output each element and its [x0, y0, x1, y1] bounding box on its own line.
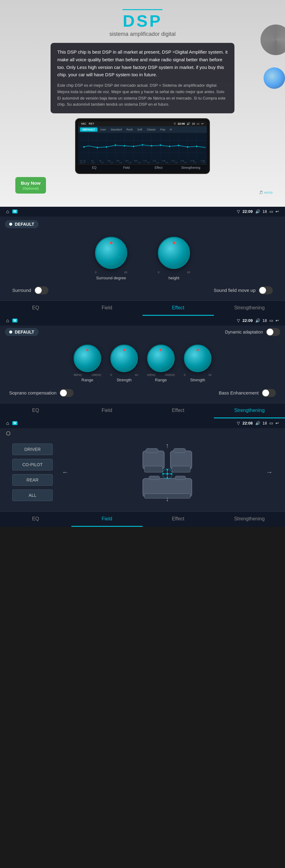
svg-point-22	[142, 144, 143, 146]
bass-range-dot	[160, 349, 162, 351]
bass-strength-knob[interactable]	[184, 345, 211, 372]
soundfield-toggle[interactable]	[259, 286, 273, 294]
nav-eq-1[interactable]: EQ	[0, 301, 72, 316]
device-nav-field[interactable]: Field	[110, 164, 142, 171]
soprano-strength-dot	[123, 349, 125, 351]
svg-point-43	[167, 477, 168, 478]
preset-standard[interactable]: Standard	[109, 127, 124, 132]
soprano-range-knob[interactable]	[74, 345, 101, 372]
surround-knob-container: 010 Surround degree	[95, 237, 127, 280]
arrow-right[interactable]: →	[266, 468, 273, 476]
svg-point-46	[166, 473, 168, 475]
preset-user[interactable]: User	[98, 127, 108, 132]
soundfield-toggle-label: Sound field move up	[213, 288, 256, 293]
strengthen-header-row: DEFAULT Dynamic adaptation	[0, 326, 285, 338]
device-mockup: MIC RET ▽ 22:08 🔊 18 ▭ ↩ DEFAULT User St…	[75, 118, 210, 174]
effect-panel: ⌂ W ▽ 22:09 🔊 18 ▭ ↩ DEFAULT 010 Surroun…	[0, 207, 285, 316]
strengthen-home-icon: ⌂	[6, 318, 9, 323]
nav-effect-2[interactable]: Effect	[142, 403, 214, 418]
nav-strengthening-1[interactable]: Strengthening	[214, 301, 285, 316]
strengthen-battery-icon: ▭	[269, 318, 273, 323]
svg-point-17	[96, 147, 98, 149]
preset-pop[interactable]: Pop	[159, 127, 167, 132]
svg-point-21	[133, 146, 134, 147]
copilot-button[interactable]: CO-PILOT	[12, 459, 53, 470]
nav-effect-active-1[interactable]: Effect	[142, 301, 214, 316]
preset-classic[interactable]: Classic	[145, 127, 158, 132]
nav-eq-3[interactable]: EQ	[0, 512, 72, 527]
height-knob[interactable]	[158, 237, 190, 269]
bass-range-knob[interactable]	[147, 345, 175, 372]
soprano-toggle-item: Soprano compensation	[9, 389, 74, 397]
surround-knob[interactable]	[95, 237, 127, 269]
effect-status-left: ⌂ W	[6, 209, 18, 214]
strengthen-status-left: ⌂ W	[6, 318, 18, 323]
preset-h[interactable]: H	[168, 127, 174, 132]
eq-q-labels: Q: 2.41.61.61.61.61.61.61.61.61.61.61.61…	[79, 162, 206, 163]
nav-field-1[interactable]: Field	[72, 301, 143, 316]
dsp-title: DSP	[9, 12, 276, 29]
device-screen: MIC RET ▽ 22:08 🔊 18 ▭ ↩ DEFAULT User St…	[78, 121, 207, 171]
height-label: height	[169, 276, 179, 280]
device-nav-effect[interactable]: Effect	[142, 164, 175, 171]
preset-rock[interactable]: Rock	[124, 127, 135, 132]
soprano-toggle[interactable]	[59, 389, 74, 397]
effect-bottom-nav: EQ Field Effect Strengthening	[0, 301, 285, 316]
bass-strength-scale: 010	[184, 373, 211, 376]
dsp-header-section: DSP sistema amplificador digital This DS…	[0, 0, 285, 207]
svg-rect-30	[144, 466, 163, 472]
dsp-description-box: This DSP chip is best DSP in all market …	[51, 43, 234, 113]
arrow-left[interactable]: ←	[62, 468, 69, 476]
device-statusbar: MIC RET ▽ 22:08 🔊 18 ▭ ↩	[78, 121, 207, 126]
watermark: 🎵 wonly	[9, 190, 276, 194]
bass-range-label: Range	[155, 378, 167, 382]
nav-eq-2[interactable]: EQ	[0, 403, 72, 418]
dynamic-adapt-toggle[interactable]	[266, 328, 280, 336]
strengthen-statusbar: ⌂ W ▽ 22:09 🔊 18 ▭ ↩	[0, 316, 285, 326]
device-nav-eq[interactable]: EQ	[78, 164, 110, 171]
effect-back-icon: ↩	[276, 209, 279, 214]
field-app-icon: W	[12, 421, 18, 425]
svg-point-23	[151, 145, 152, 147]
rear-button[interactable]: REAR	[12, 474, 53, 486]
surround-toggle[interactable]	[34, 286, 49, 294]
strengthen-knobs-row: 3k(Hz)10k(Hz) Range 010 Strength 20(Hz)2…	[0, 338, 285, 385]
nav-strengthening-3[interactable]: Strengthening	[214, 512, 285, 527]
strengthen-app-icon: W	[12, 318, 18, 322]
vinyl-decoration	[260, 25, 285, 55]
field-home-icon: ⌂	[6, 421, 9, 426]
effect-knobs-row: 010 Surround degree 010 height	[0, 229, 285, 283]
preset-soft[interactable]: Soft	[136, 127, 144, 132]
bass-enhance-toggle-item: Bass Enhancement	[219, 389, 276, 397]
effect-default-badge: DEFAULT	[5, 220, 38, 228]
arrow-up[interactable]: ↑	[166, 442, 169, 450]
field-battery-icon: ▭	[269, 421, 273, 426]
nav-effect-3[interactable]: Effect	[142, 512, 214, 527]
strengthen-default-badge: DEFAULT	[5, 328, 38, 336]
status-center-info: ▽ 22:08 🔊 18 ▭ ↩	[174, 122, 204, 125]
nav-field-active-3[interactable]: Field	[72, 512, 143, 527]
effect-volume-level: 18	[263, 209, 267, 214]
svg-point-44	[163, 473, 164, 474]
strengthen-badge-dot	[9, 331, 12, 334]
nav-strengthening-active-2[interactable]: Strengthening	[214, 403, 285, 418]
seat-diagram: ↑ ← → ↓	[62, 442, 273, 503]
soprano-strength-knob[interactable]	[110, 345, 138, 372]
field-volume-level: 18	[263, 421, 267, 426]
desc-en: This DSP chip is best DSP in all market …	[57, 49, 228, 79]
device-nav-strengthening[interactable]: Strengthening	[175, 164, 207, 171]
soprano-strength-label: Strength	[116, 378, 132, 382]
strengthen-volume-level: 18	[263, 318, 267, 323]
app-icon: W	[12, 210, 18, 214]
desc-es: Este chip DSP es el mejor DSP del mercad…	[57, 83, 228, 108]
driver-button[interactable]: DRIVER	[12, 443, 53, 455]
preset-default[interactable]: DEFAULT	[80, 127, 97, 132]
bass-enhance-toggle[interactable]	[262, 389, 276, 397]
nav-field-2[interactable]: Field	[72, 403, 143, 418]
all-button[interactable]: ALL	[12, 490, 53, 501]
arrow-down[interactable]: ↓	[166, 495, 169, 503]
dsp-subtitle: sistema amplificador digital	[9, 31, 276, 37]
svg-rect-31	[146, 448, 158, 453]
soprano-range-dot	[86, 349, 89, 351]
dynamic-adapt-label: Dynamic adaptation	[225, 330, 263, 335]
